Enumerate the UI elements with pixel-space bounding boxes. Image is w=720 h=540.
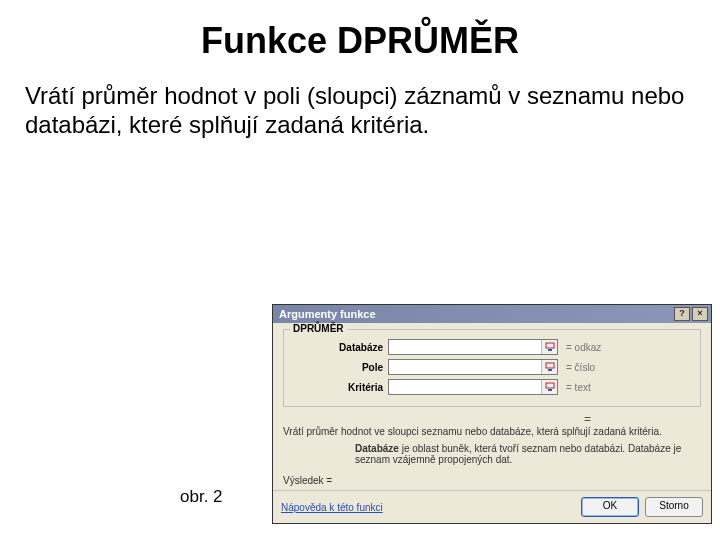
arg-label-criteria: Kritéria	[292, 382, 388, 393]
range-picker-icon[interactable]	[541, 360, 557, 374]
arg-input-criteria[interactable]	[389, 380, 541, 394]
help-link[interactable]: Nápověda k této funkci	[281, 502, 575, 513]
arg-row-criteria: Kritéria = text	[292, 378, 692, 396]
close-icon[interactable]: ×	[692, 307, 708, 321]
arg-label-field: Pole	[292, 362, 388, 373]
arg-input-database-wrapper	[388, 339, 558, 355]
arg-input-criteria-wrapper	[388, 379, 558, 395]
svg-rect-4	[546, 383, 554, 388]
ok-button[interactable]: OK	[581, 497, 639, 517]
function-fieldset: DPRŮMĚR Databáze = odkaz Pole	[283, 329, 701, 407]
arg-hint-field: = číslo	[558, 362, 692, 373]
svg-rect-3	[548, 369, 552, 371]
help-icon[interactable]: ?	[674, 307, 690, 321]
page-title: Funkce DPRŮMĚR	[25, 20, 695, 62]
arg-input-database[interactable]	[389, 340, 541, 354]
result-equals: =	[283, 413, 701, 425]
page-description: Vrátí průměr hodnot v poli (sloupci) záz…	[25, 82, 695, 140]
argument-description: Databáze je oblast buněk, která tvoří se…	[355, 443, 701, 465]
function-arguments-dialog: Argumenty funkce ? × DPRŮMĚR Databáze = …	[272, 304, 712, 524]
function-name-legend: DPRŮMĚR	[290, 323, 347, 334]
argument-description-label: Databáze	[355, 443, 399, 454]
range-picker-icon[interactable]	[541, 380, 557, 394]
arg-label-database: Databáze	[292, 342, 388, 353]
dialog-titlebar[interactable]: Argumenty funkce ? ×	[273, 305, 711, 323]
svg-rect-1	[548, 349, 552, 351]
svg-rect-0	[546, 343, 554, 348]
dialog-title: Argumenty funkce	[279, 308, 672, 320]
arg-input-field[interactable]	[389, 360, 541, 374]
result-label: Výsledek =	[283, 475, 701, 486]
dialog-footer: Nápověda k této funkci OK Storno	[273, 490, 711, 523]
arg-hint-database: = odkaz	[558, 342, 692, 353]
argument-description-text: je oblast buněk, která tvoří seznam nebo…	[355, 443, 681, 465]
cancel-button[interactable]: Storno	[645, 497, 703, 517]
figure-caption: obr. 2	[180, 487, 223, 507]
arg-row-database: Databáze = odkaz	[292, 338, 692, 356]
range-picker-icon[interactable]	[541, 340, 557, 354]
svg-rect-5	[548, 389, 552, 391]
arg-row-field: Pole = číslo	[292, 358, 692, 376]
function-description: Vrátí průměr hodnot ve sloupci seznamu n…	[283, 426, 701, 437]
arg-input-field-wrapper	[388, 359, 558, 375]
svg-rect-2	[546, 363, 554, 368]
arg-hint-criteria: = text	[558, 382, 692, 393]
